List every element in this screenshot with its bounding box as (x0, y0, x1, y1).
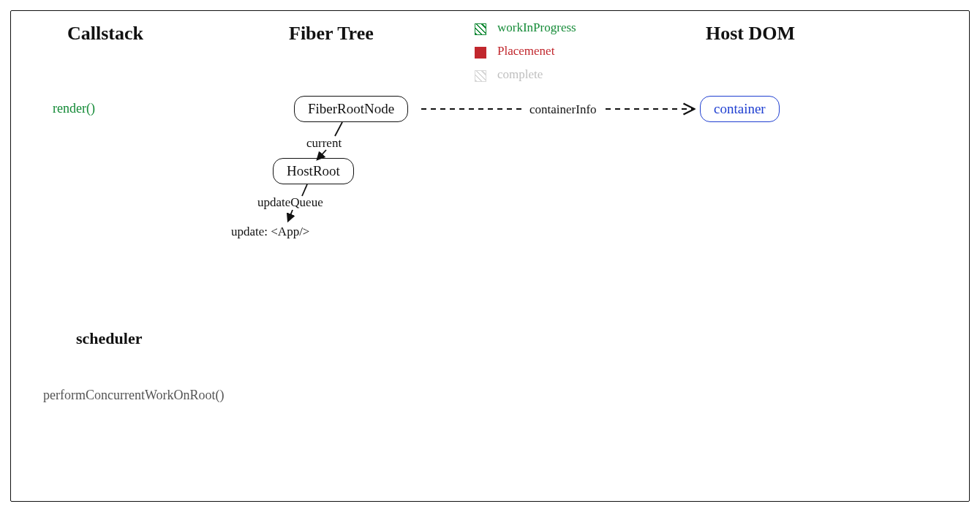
scheduler-item: performConcurrentWorkOnRoot() (43, 388, 224, 403)
edge-label-update-app: update: <App/> (231, 225, 309, 239)
legend-label-wip: workInProgress (497, 20, 576, 35)
edge-label-current: current (306, 136, 342, 151)
fiber-root-node: FiberRootNode (294, 96, 408, 122)
legend-swatch-wip (475, 23, 486, 35)
legend-label-complete: complete (497, 67, 543, 82)
callstack-render: render() (53, 101, 95, 116)
host-dom-heading: Host DOM (706, 23, 795, 45)
edge-label-update-queue: updateQueue (257, 195, 323, 210)
legend-swatch-complete (475, 70, 486, 82)
container-node: container (700, 96, 780, 122)
callstack-heading: Callstack (67, 23, 143, 45)
diagram-frame (10, 10, 970, 502)
legend-label-placement: Placemenet (497, 44, 554, 59)
legend-swatch-placement (475, 47, 486, 59)
scheduler-heading: scheduler (76, 329, 142, 348)
edge-label-container-info: containerInfo (529, 102, 597, 117)
host-root-node: HostRoot (273, 158, 354, 184)
fiber-tree-heading: Fiber Tree (289, 23, 374, 45)
